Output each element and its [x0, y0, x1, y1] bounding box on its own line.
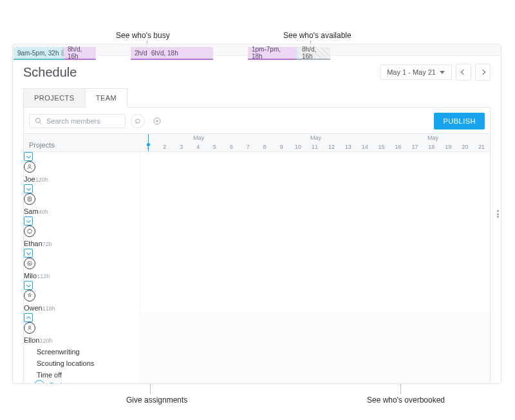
- next-button[interactable]: [475, 64, 491, 81]
- expand-toggle[interactable]: [24, 152, 33, 161]
- member-hours: 120h: [39, 338, 52, 344]
- tab-projects[interactable]: PROJECTS: [23, 88, 86, 108]
- member-row: Ethan72h: [24, 216, 140, 249]
- chevron-right-icon: [480, 70, 485, 75]
- day-label: 3: [173, 144, 190, 150]
- day-label: 8: [256, 144, 273, 150]
- svg-point-9: [29, 198, 30, 199]
- member-name: Milo: [24, 272, 37, 280]
- day-label: 18: [423, 144, 440, 150]
- date-range-picker[interactable]: May 1 - May 21: [380, 64, 452, 80]
- day-label: 12: [323, 144, 340, 150]
- schedule-bar[interactable]: 1pm-7pm, 18h: [248, 47, 297, 60]
- annotation-overbooked: See who's overbooked: [367, 396, 445, 405]
- member-hours: 72h: [42, 241, 52, 247]
- member-name: Ethan: [24, 240, 42, 247]
- timeline-row: Full2h open1h openFull: [140, 249, 490, 281]
- chevron-left-icon: [461, 70, 466, 75]
- member-row: Sam40h: [24, 184, 140, 216]
- timeline-row: Full4h open2h open8h open: [140, 216, 490, 249]
- day-label: 21: [473, 144, 490, 150]
- member-name: Sam: [24, 207, 39, 215]
- svg-line-1: [40, 122, 42, 124]
- day-label: 10: [290, 144, 306, 150]
- project-name: Time off: [37, 371, 62, 379]
- timeline-row: FullFullFull: [140, 152, 490, 184]
- day-label: 14: [357, 144, 373, 150]
- publish-button[interactable]: PUBLISH: [434, 113, 485, 129]
- day-label: 7: [239, 144, 256, 150]
- schedule-bar[interactable]: 8h/d, 16h: [64, 47, 96, 60]
- member-hours: 112h: [37, 273, 50, 280]
- day-label: 9: [273, 144, 290, 150]
- prev-button[interactable]: [456, 64, 471, 81]
- drag-handle-icon[interactable]: [497, 210, 501, 218]
- avatar-icon: [24, 193, 35, 205]
- expand-toggle[interactable]: [24, 184, 33, 193]
- app-window: Schedule May 1 - May 21 PROJECTS TEAM Se…: [12, 44, 501, 384]
- plus-circle-icon: +: [34, 380, 44, 384]
- svg-point-2: [135, 119, 139, 122]
- avatar-icon: [24, 322, 35, 334]
- timeline-row: Full4h open2h open2h over4h over: [140, 313, 490, 345]
- date-range-label: May 1 - May 21: [387, 68, 436, 76]
- funnel-icon: [135, 118, 142, 125]
- member-row: Joe120h: [24, 152, 140, 184]
- project-name: Screenwriting: [37, 348, 80, 356]
- tab-team[interactable]: TEAM: [86, 88, 128, 108]
- member-hours: 40h: [39, 209, 48, 215]
- timeline-row: 8h/d, 16h2h/d, 4h6h/d, 18h1pm-7pm, 18h: [140, 357, 490, 368]
- member-name: Ellon: [24, 336, 39, 344]
- avatar-icon: [24, 290, 35, 301]
- day-label: 20: [456, 144, 473, 150]
- timeline-row: Full4h open4h over2h openFull4h over: [140, 281, 490, 313]
- schedule-bar[interactable]: 8h/d, 16h: [298, 47, 330, 60]
- annotation-assignments: Give assignments: [126, 396, 187, 405]
- day-label: 6: [223, 144, 240, 150]
- svg-point-7: [28, 165, 30, 167]
- annotation-available: See who's available: [283, 31, 351, 40]
- timeline-header: MayMayMay 123456789101112131415161718192…: [140, 134, 490, 152]
- expand-toggle[interactable]: [24, 216, 33, 225]
- svg-point-12: [28, 326, 30, 328]
- member-row: Ellon120h: [24, 313, 140, 345]
- day-label: 15: [373, 144, 390, 150]
- member-row: Owen118h: [24, 281, 140, 313]
- search-icon: [35, 117, 42, 125]
- project-subrow: Screenwriting: [24, 345, 140, 357]
- timeline-row: 9am-5pm, 32h2h/d, 10h7am-11am, 20h: [140, 345, 490, 357]
- add-project-label: Project: [50, 381, 71, 384]
- day-label: 4: [190, 144, 207, 150]
- avatar-icon: [24, 161, 35, 173]
- annotation-busy: See who's busy: [116, 31, 170, 40]
- member-name: Joe: [24, 175, 35, 183]
- member-hours: 120h: [35, 177, 48, 183]
- day-label: 16: [390, 144, 407, 150]
- page-title: Schedule: [23, 65, 77, 80]
- project-subrow: Time off: [24, 368, 140, 380]
- filter-button[interactable]: [131, 114, 145, 128]
- timeline-row: 8h/d, 16h: [140, 368, 490, 380]
- day-label: 2: [156, 144, 173, 150]
- member-hours: 118h: [42, 305, 55, 312]
- schedule-bar[interactable]: 6h/d, 18h: [147, 47, 213, 60]
- avatar-icon: [24, 225, 35, 237]
- timeline-row: Full8h open8h open: [140, 184, 490, 216]
- timeline-row: [140, 380, 490, 384]
- project-subrow: Scouting locations: [24, 357, 140, 368]
- day-label: 5: [207, 144, 223, 150]
- member-name: Owen: [24, 304, 42, 312]
- collapse-toggle[interactable]: [24, 313, 33, 322]
- day-label: 11: [306, 144, 323, 150]
- search-input[interactable]: Search members: [29, 114, 126, 128]
- project-name: Scouting locations: [37, 359, 94, 367]
- svg-point-0: [36, 119, 41, 123]
- expand-toggle[interactable]: [24, 281, 33, 290]
- column-header-projects: Projects: [24, 134, 140, 152]
- chevron-down-icon: [440, 71, 445, 74]
- expand-toggle[interactable]: [24, 249, 33, 258]
- avatar-icon: [24, 258, 35, 269]
- add-button[interactable]: [150, 114, 164, 128]
- day-label: 13: [340, 144, 357, 150]
- add-project-row[interactable]: +Project: [24, 380, 140, 384]
